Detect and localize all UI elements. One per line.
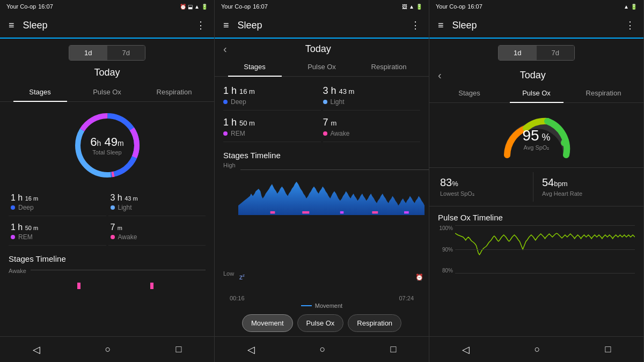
period-1d-3[interactable]: 1d <box>499 46 536 60</box>
status-bar-1: Your Co-op 16:07 ⏰ ⬓ ▲ 🔋 <box>0 0 214 13</box>
hamburger-icon-2[interactable]: ≡ <box>223 20 229 31</box>
timeline-header-2: Stages Timeline <box>215 146 429 162</box>
back-nav-1[interactable]: ◁ <box>33 344 40 356</box>
stat-deep-val-1: 1 h 16 m <box>11 193 104 203</box>
app-bar-2: ≡ Sleep ⋮ <box>215 13 429 39</box>
stage-marker-b <box>302 211 309 213</box>
period-7d-3[interactable]: 7d <box>537 46 574 60</box>
label-rem-1: REM <box>18 233 33 241</box>
ring-m-unit: m <box>118 139 124 147</box>
status-bar-2: Your Co-op 16:07 🖼 ▲ 🔋 <box>215 0 429 13</box>
stage-timeline-1 <box>9 276 206 292</box>
dot-rem-2 <box>223 131 228 136</box>
spo2-hr-val-3: 54bpm <box>542 176 633 189</box>
tab-respiration-2[interactable]: Respiration <box>355 57 422 76</box>
tab-respiration-1[interactable]: Respiration <box>141 83 208 101</box>
bottom-buttons-2: Movement Pulse Ox Respiration <box>215 311 429 336</box>
tabs-1: Stages Pulse Ox Respiration <box>0 83 214 102</box>
hamburger-icon-3[interactable]: ≡ <box>438 20 444 31</box>
spo2-stats-3: 83% Lowest SpO₂ 54bpm Avg Heart Rate <box>429 167 643 206</box>
back-nav-3[interactable]: ◁ <box>462 344 470 356</box>
back-btn-2[interactable]: ‹ <box>223 43 227 55</box>
dot-awake-2 <box>323 131 327 136</box>
sleep-stats-2: 1 h 16 m Deep 3 h 43 m Light 1 h 50 m <box>215 77 429 146</box>
nav-back-3: ‹ Today <box>429 65 643 84</box>
pulse-y-labels: 100% 90% 80% <box>438 225 455 274</box>
period-1d-1[interactable]: 1d <box>69 46 107 60</box>
label-awake-1: Awake <box>118 233 137 241</box>
back-nav-2[interactable]: ◁ <box>247 344 255 356</box>
tab-pulseox-1[interactable]: Pulse Ox <box>74 83 141 101</box>
more-icon-1[interactable]: ⋮ <box>196 19 206 31</box>
home-nav-1[interactable]: ○ <box>105 344 111 355</box>
stat-rem-val-2: 1 h 50 m <box>223 117 321 128</box>
gauge-center-3: 95 % Avg SpO₂ <box>522 127 550 151</box>
ring-label: Total Sleep <box>90 149 123 156</box>
recent-nav-1[interactable]: □ <box>176 344 182 355</box>
photo-icon-2: 🖼 <box>402 4 407 10</box>
chart-x-labels-2: 00:16 07:24 <box>215 294 429 301</box>
status-left-2: Your Co-op 16:07 <box>221 3 268 10</box>
carrier-2: Your Co-op <box>221 3 251 10</box>
dot-rem-1 <box>11 235 15 239</box>
tab-pulseox-3[interactable]: Pulse Ox <box>503 84 570 102</box>
spo2-line <box>455 233 635 255</box>
more-icon-2[interactable]: ⋮ <box>411 19 420 31</box>
bottom-nav-1: ◁ ○ □ <box>0 336 214 362</box>
status-left-1: Your Co-op 16:07 <box>6 3 53 10</box>
app-bar-3: ≡ Sleep ⋮ <box>429 13 643 39</box>
home-nav-3[interactable]: ○ <box>535 344 540 355</box>
pulse-timeline-3: Pulse Ox Timeline 100% 90% 80% <box>429 206 643 276</box>
tab-stages-2[interactable]: Stages <box>221 57 288 76</box>
pulse-y-80: 80% <box>442 268 453 274</box>
pulse-y-100: 100% <box>439 225 453 231</box>
stat-light-val-2: 3 h 43 m <box>323 85 421 97</box>
stat-awake-1: 7 m Awake <box>108 218 206 246</box>
movement-fill <box>238 182 425 215</box>
awake-label-1: Awake <box>9 268 26 274</box>
pulse-tl-header-3: Pulse Ox Timeline <box>438 211 635 225</box>
ring-hours: 6h 49m <box>90 135 123 149</box>
period-btn-group-1: 1d 7d <box>69 45 145 61</box>
spo2-hr-3: 54bpm Avg Heart Rate <box>533 172 635 202</box>
low-label-2: Low <box>223 270 234 277</box>
lbl-awake-2: Awake <box>331 130 350 137</box>
time-3: 16:07 <box>467 3 482 10</box>
stage-marker-d <box>372 211 378 213</box>
period-7d-1[interactable]: 7d <box>107 46 145 60</box>
time-1: 16:07 <box>38 3 53 10</box>
app-title-1: Sleep <box>23 20 196 31</box>
back-btn-3[interactable]: ‹ <box>438 69 442 82</box>
ring-m-val: 49 <box>105 135 118 149</box>
recent-nav-3[interactable]: □ <box>605 344 611 355</box>
spo2-lowest-lbl-3: Lowest SpO₂ <box>440 190 531 197</box>
label-light-1: Light <box>118 204 132 211</box>
dot-deep-2 <box>223 100 228 104</box>
stage-marker-c <box>340 211 344 213</box>
recent-nav-2[interactable]: □ <box>391 344 397 355</box>
tab-stages-1[interactable]: Stages <box>6 83 74 101</box>
tab-stages-3[interactable]: Stages <box>436 84 503 102</box>
btn-pulseox-2[interactable]: Pulse Ox <box>297 314 344 332</box>
stat-rem-val-1: 1 h 50 m <box>11 223 104 232</box>
more-icon-3[interactable]: ⋮ <box>625 19 635 31</box>
tab-pulseox-2[interactable]: Pulse Ox <box>288 57 355 76</box>
ring-h-unit: h <box>97 139 101 147</box>
alarm-icon-2: ⏰ <box>415 274 423 281</box>
home-nav-2[interactable]: ○ <box>320 344 326 355</box>
tab-respiration-3[interactable]: Respiration <box>570 84 637 102</box>
legend-line-2 <box>301 305 312 306</box>
dot-light-1 <box>111 205 115 210</box>
btn-respiration-2[interactable]: Respiration <box>348 314 401 332</box>
stat-deep-2: 1 h 16 m Deep <box>223 81 321 110</box>
app-title-3: Sleep <box>452 20 625 31</box>
dot-light-2 <box>323 100 327 104</box>
spo2-lowest-val-3: 83% <box>440 176 531 189</box>
alarm-icon: ⏰ <box>180 4 186 10</box>
lbl-rem-2: REM <box>231 130 245 137</box>
btn-movement-2[interactable]: Movement <box>242 314 293 332</box>
signal-icon-2: ▲ <box>409 4 414 10</box>
legend-label-2: Movement <box>315 302 342 309</box>
panel-stages: Your Co-op 16:07 ⏰ ⬓ ▲ 🔋 ≡ Sleep ⋮ 1d 7d… <box>0 0 215 362</box>
hamburger-icon-1[interactable]: ≡ <box>9 20 14 31</box>
